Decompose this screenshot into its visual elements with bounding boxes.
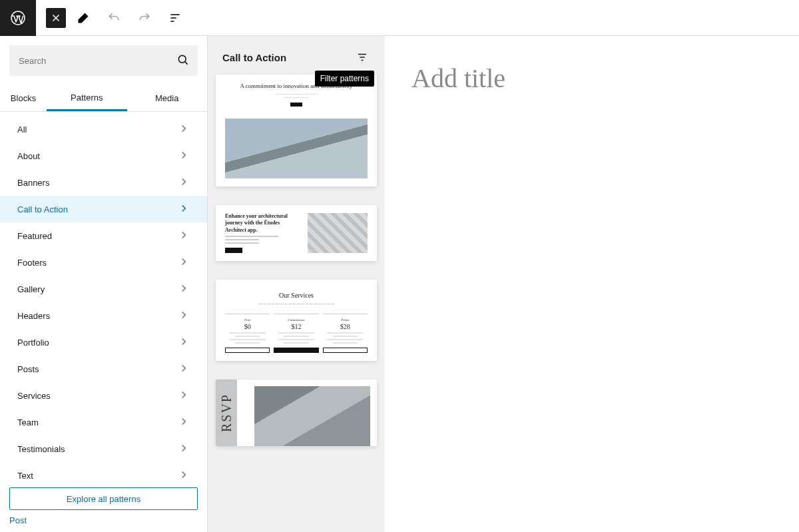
filter-patterns-tooltip: Filter patterns: [315, 71, 374, 87]
post-title-input[interactable]: Add title: [411, 63, 772, 94]
pattern-category-item[interactable]: Team: [0, 409, 207, 435]
pattern-image: [254, 386, 370, 446]
pattern-category-item[interactable]: Portfolio: [0, 329, 207, 356]
filter-patterns-button[interactable]: Filter patterns: [354, 49, 370, 65]
pattern-heading: Enhance your architectural journey with …: [225, 213, 301, 234]
post-link[interactable]: Post: [0, 513, 207, 532]
tier-price: $0: [225, 323, 270, 330]
pattern-heading: Our Services: [225, 292, 368, 299]
tier-action: [274, 348, 318, 353]
inserter-tabs: Blocks Patterns Media: [0, 85, 207, 112]
pricing-tier: Prime$28: [323, 314, 368, 353]
pattern-category-item[interactable]: Gallery: [0, 276, 207, 302]
category-label: Call to Action: [17, 204, 68, 214]
preview-panel-title: Call to Action: [222, 52, 286, 63]
category-label: Banners: [17, 178, 49, 188]
category-label: Featured: [17, 231, 52, 241]
tab-media[interactable]: Media: [127, 85, 208, 111]
editor-toolbar: [0, 0, 799, 36]
document-overview-button[interactable]: [162, 5, 188, 31]
category-label: Footers: [17, 258, 47, 268]
pattern-category-item[interactable]: All: [0, 116, 207, 142]
pattern-category-item[interactable]: Posts: [0, 356, 207, 382]
decorative-line: [225, 236, 278, 237]
pattern-category-item[interactable]: Banners: [0, 169, 207, 196]
svg-point-1: [178, 55, 186, 63]
pattern-category-item[interactable]: Footers: [0, 249, 207, 276]
inserter-sidebar: Blocks Patterns Media AllAboutBannersCal…: [0, 36, 208, 532]
category-label: Services: [17, 391, 51, 401]
chevron-right-icon: [178, 256, 190, 270]
search-icon: [176, 53, 190, 69]
pattern-category-item[interactable]: Services: [0, 382, 207, 409]
category-label: About: [17, 151, 40, 161]
tools-button[interactable]: [70, 5, 97, 31]
category-label: Headers: [17, 311, 50, 321]
category-label: Testimonials: [17, 444, 65, 454]
pattern-category-item[interactable]: Testimonials: [0, 435, 207, 462]
rsvp-label-strip: RSVP: [216, 380, 237, 446]
category-label: Posts: [17, 364, 39, 374]
editor-canvas[interactable]: Add title: [385, 36, 799, 532]
chevron-right-icon: [178, 442, 190, 456]
chevron-right-icon: [178, 362, 190, 376]
pattern-subtext: — — — — — — — — — — — — — — — — — —: [225, 302, 368, 306]
pricing-tier: Connoisseur$12: [274, 314, 318, 353]
chevron-right-icon: [178, 149, 190, 163]
pattern-cta-chip: [290, 103, 302, 107]
chevron-right-icon: [178, 176, 190, 190]
pricing-tier: Free$0: [225, 314, 270, 353]
pattern-cta-chip: [225, 248, 242, 253]
pattern-image: [225, 119, 368, 178]
pattern-category-item[interactable]: About: [0, 142, 207, 169]
chevron-right-icon: [178, 309, 190, 323]
category-label: Team: [17, 417, 39, 427]
tier-action: [225, 348, 270, 353]
tier-name: Connoisseur: [274, 318, 318, 322]
pattern-card[interactable]: Our Services — — — — — — — — — — — — — —…: [216, 280, 377, 361]
pattern-category-item[interactable]: Headers: [0, 302, 207, 329]
pattern-category-item[interactable]: Text: [0, 462, 207, 479]
pattern-category-item[interactable]: Call to Action: [0, 196, 207, 222]
close-inserter-button[interactable]: [46, 8, 66, 28]
undo-button[interactable]: [101, 5, 127, 31]
chevron-right-icon: [178, 415, 190, 429]
chevron-right-icon: [178, 469, 190, 480]
category-label: Gallery: [17, 284, 45, 294]
pattern-card[interactable]: RSVP: [216, 380, 377, 446]
pattern-category-list: AllAboutBannersCall to ActionFeaturedFoo…: [0, 112, 207, 479]
tier-name: Free: [225, 318, 270, 322]
pattern-subtext: — — — — — — — — — —— — — — — —: [225, 92, 368, 99]
decorative-line: [225, 242, 259, 244]
chevron-right-icon: [178, 202, 190, 216]
tier-price: $28: [323, 323, 368, 330]
chevron-right-icon: [178, 389, 190, 403]
wordpress-logo[interactable]: [0, 0, 36, 36]
decorative-line: [225, 239, 259, 240]
tab-blocks[interactable]: Blocks: [0, 85, 47, 111]
pattern-image: [308, 213, 368, 253]
explore-all-patterns-button[interactable]: Explore all patterns: [9, 487, 198, 510]
chevron-right-icon: [178, 123, 190, 136]
tier-action: [323, 348, 368, 353]
tier-price: $12: [274, 323, 318, 330]
tier-name: Prime: [323, 318, 368, 322]
chevron-right-icon: [178, 336, 190, 350]
chevron-right-icon: [178, 282, 190, 296]
category-label: Portfolio: [17, 338, 49, 348]
pattern-preview-panel: Call to Action Filter patterns A commitm…: [208, 36, 385, 532]
search-field-wrapper: [9, 45, 198, 76]
pattern-card[interactable]: A commitment to innovation and sustainab…: [216, 75, 377, 186]
category-label: Text: [17, 471, 33, 480]
search-input[interactable]: [17, 55, 176, 67]
chevron-right-icon: [178, 229, 190, 243]
pattern-card[interactable]: Enhance your architectural journey with …: [216, 205, 377, 261]
tab-patterns[interactable]: Patterns: [47, 85, 127, 111]
category-label: All: [17, 125, 27, 134]
redo-button[interactable]: [131, 5, 158, 31]
pattern-category-item[interactable]: Featured: [0, 222, 207, 249]
